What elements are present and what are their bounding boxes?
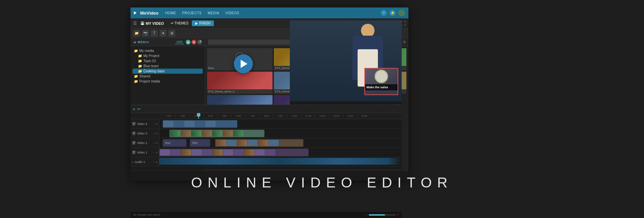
zoom-controls: − + <box>365 213 399 217</box>
media-tabs: ADN <box>175 40 184 44</box>
add-track-button[interactable]: + <box>133 106 135 112</box>
nav-home[interactable]: HOME <box>165 11 176 15</box>
preview-video: Make the salsa <box>290 20 402 102</box>
zoom-in-icon[interactable]: + <box>397 213 399 217</box>
track-name-video4: Video 4 <box>137 122 147 126</box>
user-avatar[interactable] <box>398 10 405 16</box>
track-more-icon[interactable]: ≡ <box>156 151 158 154</box>
preview-overlay-text: Make the salsa <box>366 86 396 89</box>
track-content-video1[interactable] <box>159 148 402 157</box>
text-clip-1[interactable]: Text <box>163 139 186 147</box>
clip-frame <box>233 130 243 137</box>
playhead[interactable] <box>198 113 199 119</box>
timeline-undo-button[interactable]: ↩ <box>137 107 141 111</box>
nav-media[interactable]: MEDIA <box>208 11 219 15</box>
clip-v4-1[interactable] <box>163 120 237 128</box>
plate-shape <box>375 70 388 83</box>
nav-links: HOME PROJECTS MEDIA VIDEOS <box>165 11 239 15</box>
track-name-video2: Video 2 <box>137 141 147 145</box>
track-content-video4[interactable] <box>159 119 402 128</box>
status-message: All changes are saved. <box>133 213 161 216</box>
track-mute-icon[interactable]: − <box>153 160 155 164</box>
folder-item-topic02[interactable]: 📁 Topic 02 <box>133 58 203 63</box>
track-mute-icon[interactable]: − <box>153 122 155 126</box>
clip-frame <box>160 149 170 156</box>
folder-item-mymedia[interactable]: 📁 My media <box>133 48 203 53</box>
track-label-video3: 🎬 Video 3 − ≡ <box>130 129 159 138</box>
track-mute-icon[interactable]: − <box>153 151 155 154</box>
clip-frame <box>216 121 226 127</box>
themes-icon: ✏ <box>171 21 174 25</box>
photo-icon[interactable]: 📷 <box>142 30 149 37</box>
text-icon[interactable]: T <box>151 30 158 37</box>
clip-v1-1[interactable] <box>159 149 308 156</box>
back-arrow[interactable]: ◀ <box>133 40 136 44</box>
record-button[interactable]: ● <box>192 40 196 44</box>
thumb-3[interactable]: DTS_Dinner_demo_4 <box>207 72 273 94</box>
track-name-video3: Video 3 <box>137 132 147 135</box>
folder-item-cookingclass[interactable]: 📁 Cooking class <box>133 69 203 74</box>
clip-v3-1[interactable] <box>169 130 264 137</box>
sticker-icon[interactable]: ★ <box>160 30 166 37</box>
track-content-audio1[interactable] <box>159 157 402 166</box>
track-more-icon[interactable]: ≡ <box>156 160 158 164</box>
audio-waveform <box>159 158 402 165</box>
media-icon[interactable]: 📁 <box>133 30 140 37</box>
clip-frame <box>237 140 247 146</box>
track-mute-icon[interactable]: − <box>153 141 155 145</box>
themes-button[interactable]: ✏ THEMES <box>171 21 189 25</box>
track-label-audio1: ♪ Audio 1 − ≡ <box>130 157 159 166</box>
notifications-icon[interactable]: 🔔 <box>389 10 396 16</box>
preview-panel: Make the salsa <box>290 20 402 102</box>
ruler-mark-10: 10:00 <box>287 115 301 117</box>
track-controls-video4: − ≡ <box>153 122 158 126</box>
track-content-video3[interactable] <box>159 129 402 138</box>
track-more-icon[interactable]: ≡ <box>156 141 158 145</box>
crop-icon[interactable]: ⊠ <box>168 30 175 37</box>
menu-icon[interactable]: ☰ <box>133 21 137 26</box>
track-label-video1: 🎬 Video 1 − ≡ <box>130 148 159 157</box>
folder-item-projectmedia[interactable]: 📁 Project media <box>133 79 203 84</box>
nav-videos[interactable]: VIDEOS <box>225 11 239 15</box>
track-name-audio1: Audio 1 <box>135 160 145 164</box>
ruler-mark-4: 4:00 <box>203 115 217 117</box>
track-audio-icon: ♪ <box>132 160 134 164</box>
finish-icon: ▶ <box>195 21 198 25</box>
media-tab-adn[interactable]: ADN <box>175 40 184 44</box>
play-button[interactable] <box>234 54 253 73</box>
track-more-icon[interactable]: ≡ <box>156 122 158 126</box>
text-clip-2[interactable]: Text <box>190 139 210 147</box>
folder-item-shared[interactable]: 📁 Shared <box>133 74 203 79</box>
track-controls-video1: − ≡ <box>153 151 158 154</box>
clip-v2-1[interactable] <box>215 139 303 147</box>
clip-frame <box>181 130 191 137</box>
folder-label: Cooking class <box>143 69 164 73</box>
track-container: 🎬 Video 4 − ≡ 🎬 <box>130 119 402 167</box>
zoom-bar[interactable] <box>369 214 396 216</box>
play-icon <box>241 60 247 68</box>
person-head <box>361 24 375 37</box>
folder-label: My Project <box>143 54 159 58</box>
media-controls: ▲ ● 🎤 <box>186 40 202 44</box>
fullscreen-icon[interactable]: ⛶ <box>401 21 406 26</box>
upload-button[interactable]: ▲ <box>186 40 190 44</box>
sort-icon[interactable]: ⇅ <box>403 40 406 44</box>
nav-projects[interactable]: PROJECTS <box>182 11 201 15</box>
status-bar: All changes are saved. − + <box>130 211 402 218</box>
finish-button[interactable]: ▶ FINISH <box>192 20 214 26</box>
audio-fade <box>388 157 402 166</box>
track-mute-icon[interactable]: − <box>153 132 155 135</box>
ruler-mark-13: 13:00 <box>329 115 343 117</box>
mic-button[interactable]: 🎤 <box>197 40 202 44</box>
media-header: ◀ MEDIA ADN ▲ ● 🎤 <box>130 38 205 46</box>
track-more-icon[interactable]: ≡ <box>156 132 158 135</box>
help-icon[interactable]: ? <box>381 10 387 16</box>
folder-icon: 📁 <box>138 59 142 63</box>
ruler-marks: 1:00 2:00 3:00 4:00 5:00 6:00 7:00 8:00 … <box>161 115 371 117</box>
folder-item-blueteam[interactable]: 📁 Blue team <box>133 63 203 69</box>
logo-text: WeVideo <box>140 11 158 16</box>
zoom-out-icon[interactable]: − <box>365 213 367 217</box>
ruler-mark-14: 14:00 <box>343 115 357 117</box>
track-content-video2[interactable]: Text Text <box>159 138 402 147</box>
folder-item-myproject[interactable]: 📁 My Project <box>133 53 203 58</box>
